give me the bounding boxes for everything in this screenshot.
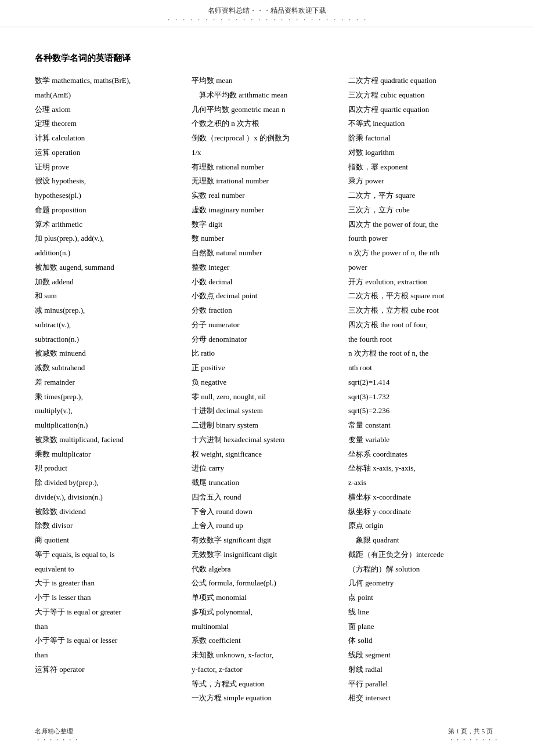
list-item: 负 negative	[192, 376, 342, 389]
list-item: 1/x	[192, 146, 342, 160]
list-item: 平行 parallel	[348, 678, 499, 691]
list-item: 点 point	[348, 591, 499, 605]
list-item: 变量 variable	[348, 433, 499, 447]
list-item: 象限 quadrant	[348, 534, 499, 547]
list-item: 常量 constant	[348, 419, 499, 432]
list-item: 小于 is lesser than	[35, 591, 186, 605]
list-item: 数 number	[192, 232, 342, 245]
list-item: 正 positive	[192, 361, 342, 375]
list-item: nth root	[348, 361, 499, 375]
list-item: 公理 axiom	[35, 103, 186, 117]
list-item: 开方 evolution, extraction	[348, 276, 499, 289]
list-item: 射线 radial	[348, 663, 499, 677]
list-item: 平均数 mean	[192, 74, 342, 88]
main-content: 各种数学名词的英语翻译 数学 mathematics, maths(BrE),m…	[0, 30, 534, 741]
list-item: 不等式 inequation	[348, 117, 499, 131]
list-item: 进位 carry	[192, 462, 342, 475]
list-item: 整数 integer	[192, 261, 342, 274]
list-item: 线 line	[348, 606, 499, 619]
list-item: 零 null, zero, nought, nil	[192, 390, 342, 404]
list-item: 二进制 binary system	[192, 419, 342, 432]
columns-wrapper: 数学 mathematics, maths(BrE),math(AmE)公理 a…	[35, 74, 499, 706]
list-item: 十六进制 hexadecimal system	[192, 433, 342, 447]
list-item: math(AmE)	[35, 89, 186, 102]
list-item: 被加数 augend, summand	[35, 261, 186, 274]
list-item: the fourth root	[348, 333, 499, 346]
list-item: 截距（有正负之分）intercede	[348, 548, 499, 562]
list-item: 几何 geometry	[348, 577, 499, 590]
list-item: 命题 proposition	[35, 204, 186, 217]
footer-right: 第 1 页，共 5 页 ・・・・・・・・	[448, 727, 499, 744]
footer-left: 名师精心整理 ・・・・・・・	[35, 727, 80, 744]
list-item: 定理 theorem	[35, 117, 186, 131]
list-item: hypotheses(pl.)	[35, 189, 186, 202]
list-item: 截尾 truncation	[192, 476, 342, 490]
list-item: 三次方程 cubic equation	[348, 89, 499, 102]
list-item: 数字 digit	[192, 218, 342, 231]
list-item: 指数，幂 exponent	[348, 161, 499, 174]
list-item: y-factor, z-factor	[192, 663, 342, 677]
list-item: 大于等于 is equal or greater	[35, 606, 186, 619]
list-item: 运算 operation	[35, 146, 186, 160]
list-item: 计算 calculation	[35, 132, 186, 145]
list-item: 坐标系 coordinates	[348, 448, 499, 461]
list-item: （方程的）解 solution	[348, 563, 499, 576]
list-item: 四次方 the power of four, the	[348, 218, 499, 231]
list-item: equivalent to	[35, 563, 186, 576]
list-item: 十进制 decimal system	[192, 404, 342, 418]
list-item: 小数点 decimal point	[192, 290, 342, 303]
list-item: 倒数（reciprocal ）x 的倒数为	[192, 132, 342, 145]
list-item: addition(n.)	[35, 247, 186, 260]
list-item: 积 product	[35, 462, 186, 475]
list-item: power	[348, 261, 499, 274]
list-item: divide(v.), division(n.)	[35, 491, 186, 504]
list-item: 除 divided by(prep.),	[35, 476, 186, 490]
list-item: 对数 logarithm	[348, 146, 499, 160]
list-item: 算术 arithmetic	[35, 218, 186, 231]
list-item: 四次方根 the root of four,	[348, 319, 499, 332]
list-item: 一次方程 simple equation	[192, 692, 342, 705]
list-item: 代数 algebra	[192, 563, 342, 576]
list-item: multinomial	[192, 620, 342, 634]
list-item: sqrt(3)=1.732	[348, 390, 499, 404]
list-item: 二次方，平方 square	[348, 189, 499, 202]
list-item: 下舍入 round down	[192, 505, 342, 519]
list-item: 体 solid	[348, 634, 499, 648]
header-title: 名师资料总结・・・精品资料欢迎下载	[0, 6, 534, 16]
list-item: 四次方程 quartic equation	[348, 103, 499, 117]
page-header: 名师资料总结・・・精品资料欢迎下载 ・・・・・・・・・・・・・・・・・・・・・・…	[0, 0, 534, 27]
list-item: 虚数 imaginary number	[192, 204, 342, 217]
list-item: 分子 numerator	[192, 319, 342, 332]
list-item: 坐标轴 x-axis, y-axis,	[348, 462, 499, 475]
list-item: 乘方 power	[348, 175, 499, 188]
list-item: 减数 subtrahend	[35, 361, 186, 375]
list-item: fourth power	[348, 232, 499, 245]
footer-left-label: 名师精心整理	[35, 728, 73, 735]
list-item: 多项式 polynomial,	[192, 606, 342, 619]
list-item: than	[35, 620, 186, 634]
column-3: 二次方程 quadratic equation三次方程 cubic equati…	[348, 74, 499, 706]
list-item: 分母 denominator	[192, 333, 342, 346]
list-item: 加数 addend	[35, 276, 186, 289]
list-item: 小于等于 is equal or lesser	[35, 634, 186, 648]
list-item: 除数 divisor	[35, 519, 186, 533]
list-item: 比 ratio	[192, 347, 342, 360]
list-item: subtract(v.),	[35, 319, 186, 332]
list-item: 无效数字 insignificant digit	[192, 548, 342, 562]
list-item: 几何平均数 geometric mean n	[192, 103, 342, 117]
list-item: 四舍五入 round	[192, 491, 342, 504]
list-item: multiply(v.),	[35, 404, 186, 418]
list-item: z-axis	[348, 476, 499, 490]
list-item: 被除数 dividend	[35, 505, 186, 519]
list-item: 三次方，立方 cube	[348, 204, 499, 217]
list-item: 有效数字 significant digit	[192, 534, 342, 547]
footer-right-dots: ・・・・・・・・	[448, 736, 499, 743]
list-item: 运算符 operator	[35, 663, 186, 677]
list-item: 系数 coefficient	[192, 634, 342, 648]
list-item: 等于 equals, is equal to, is	[35, 548, 186, 562]
list-item: 自然数 natural number	[192, 247, 342, 260]
list-item: 公式 formula, formulae(pl.)	[192, 577, 342, 590]
list-item: 和 sum	[35, 290, 186, 303]
list-item: 阶乘 factorial	[348, 132, 499, 145]
page-title: 各种数学名词的英语翻译	[35, 53, 499, 64]
